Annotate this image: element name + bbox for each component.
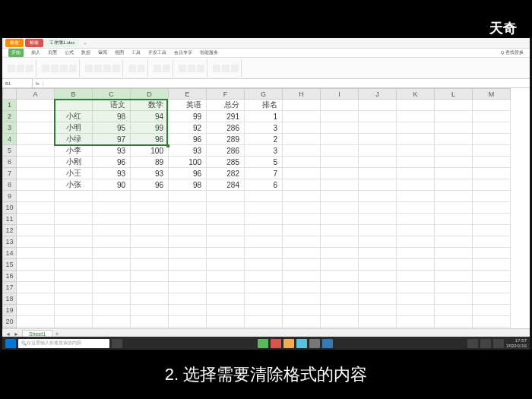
rows-cols-button[interactable] <box>213 65 220 72</box>
row-header[interactable]: 13 <box>3 236 17 248</box>
col-header-l[interactable]: L <box>435 89 473 100</box>
menu-page[interactable]: 页面 <box>48 49 57 56</box>
cell[interactable]: 数学 <box>131 100 169 111</box>
sort-button[interactable] <box>188 65 195 72</box>
sheet-nav-prev-icon[interactable]: ◄ <box>5 331 11 337</box>
cell[interactable]: 286 <box>207 122 245 134</box>
row-header[interactable]: 10 <box>3 202 17 214</box>
table-style-button[interactable] <box>163 65 170 72</box>
row-header[interactable]: 12 <box>3 225 17 236</box>
cell[interactable]: 282 <box>207 168 245 179</box>
row-header[interactable]: 20 <box>3 316 17 328</box>
row-header[interactable]: 19 <box>3 305 17 316</box>
col-header-c[interactable]: C <box>93 89 131 100</box>
col-header-d[interactable]: D <box>131 89 169 100</box>
menu-review[interactable]: 审阅 <box>98 49 107 56</box>
cell[interactable]: 99 <box>131 122 169 134</box>
cell[interactable]: 3 <box>245 145 283 157</box>
cell[interactable]: 96 <box>131 179 169 191</box>
menu-view[interactable]: 视图 <box>115 49 124 56</box>
cell[interactable]: 96 <box>169 168 207 179</box>
taskbar-search[interactable]: 🔍 在这里输入你要搜索的内容 <box>18 339 109 348</box>
taskbar-app-icon[interactable] <box>271 339 281 348</box>
row-header[interactable]: 14 <box>3 248 17 259</box>
col-header-e[interactable]: E <box>169 89 207 100</box>
cell[interactable]: 291 <box>207 111 245 122</box>
italic-button[interactable] <box>60 65 68 72</box>
cell[interactable]: 93 <box>169 145 207 157</box>
row-header[interactable]: 7 <box>3 168 17 179</box>
cell[interactable]: 排名 <box>245 100 283 111</box>
fx-icon[interactable]: fx <box>33 81 43 86</box>
cell[interactable]: 小红 <box>55 111 93 122</box>
add-sheet-button[interactable]: + <box>55 331 59 337</box>
cell[interactable]: 286 <box>207 145 245 157</box>
cell[interactable]: 92 <box>169 122 207 134</box>
col-header-f[interactable]: F <box>207 89 245 100</box>
cell[interactable]: 100 <box>131 145 169 157</box>
taskbar-app-icon[interactable] <box>258 339 268 348</box>
cell[interactable]: 95 <box>93 122 131 134</box>
row-header[interactable]: 16 <box>3 271 17 282</box>
row-header[interactable]: 17 <box>3 282 17 293</box>
tray-icon[interactable] <box>467 339 478 348</box>
app-tab-1[interactable]: 标签 <box>5 39 24 47</box>
row-header[interactable]: 21 <box>3 328 17 329</box>
freeze-button[interactable] <box>231 65 239 72</box>
cell[interactable]: 6 <box>245 179 283 191</box>
row-header[interactable]: 18 <box>3 293 17 305</box>
cell[interactable]: 小明 <box>55 122 93 134</box>
taskbar-app-icon[interactable] <box>309 339 320 348</box>
col-header-m[interactable]: M <box>473 89 511 100</box>
worksheet-button[interactable] <box>222 65 230 72</box>
row-header[interactable]: 2 <box>3 111 17 122</box>
number-format-button[interactable] <box>128 65 136 72</box>
spreadsheet-grid[interactable]: A B C D E F G H I J K L M 1语文数学英语总分排名 2小… <box>2 88 530 328</box>
col-header-h[interactable]: H <box>283 89 321 100</box>
start-button[interactable] <box>5 339 16 348</box>
col-header-a[interactable]: A <box>17 89 55 100</box>
cell[interactable]: 90 <box>93 179 131 191</box>
cell[interactable]: 100 <box>169 157 207 168</box>
copy-button[interactable] <box>26 65 33 72</box>
menu-tools[interactable]: 工具 <box>131 49 141 56</box>
row-header[interactable]: 4 <box>3 134 17 145</box>
cell[interactable]: 语文 <box>93 100 131 111</box>
cell[interactable]: 小王 <box>55 168 93 179</box>
cell[interactable]: 98 <box>93 111 131 122</box>
cell[interactable]: 英语 <box>169 100 207 111</box>
taskbar-app-icon[interactable] <box>322 339 333 348</box>
sum-button[interactable] <box>179 65 186 72</box>
align-left-button[interactable] <box>85 65 93 72</box>
cell[interactable]: 小刚 <box>55 157 93 168</box>
underline-button[interactable] <box>69 65 77 72</box>
conditional-format-button[interactable] <box>154 65 161 72</box>
sheet-nav-next-icon[interactable]: ► <box>14 331 19 337</box>
taskbar-app-icon[interactable] <box>283 339 294 348</box>
filter-button[interactable] <box>197 65 204 72</box>
col-header-i[interactable]: I <box>321 89 359 100</box>
cell[interactable]: 3 <box>245 122 283 134</box>
cell[interactable]: 小张 <box>55 179 93 191</box>
cell[interactable]: 289 <box>207 134 245 145</box>
menu-vip[interactable]: 会员专享 <box>174 49 192 56</box>
cell[interactable]: 93 <box>93 145 131 157</box>
cell[interactable]: 2 <box>245 134 283 145</box>
cell[interactable]: 93 <box>131 168 169 179</box>
align-center-button[interactable] <box>94 65 102 72</box>
cell[interactable]: 93 <box>93 168 131 179</box>
name-box[interactable]: B1 <box>2 79 33 87</box>
app-tab-active[interactable]: 工作簿1.xlsx <box>45 39 79 47</box>
new-tab-button[interactable]: + <box>81 41 90 46</box>
paste-button[interactable] <box>8 65 15 72</box>
cell[interactable]: 284 <box>207 179 245 191</box>
cell[interactable]: 99 <box>169 111 207 122</box>
cell[interactable]: 97 <box>93 134 131 145</box>
row-header[interactable]: 15 <box>3 259 17 271</box>
cell[interactable]: 1 <box>245 111 283 122</box>
cell[interactable]: 小绿 <box>55 134 93 145</box>
cell[interactable]: 98 <box>169 179 207 191</box>
align-right-button[interactable] <box>103 65 111 72</box>
bold-button[interactable] <box>51 65 59 72</box>
row-header[interactable]: 5 <box>3 145 17 157</box>
